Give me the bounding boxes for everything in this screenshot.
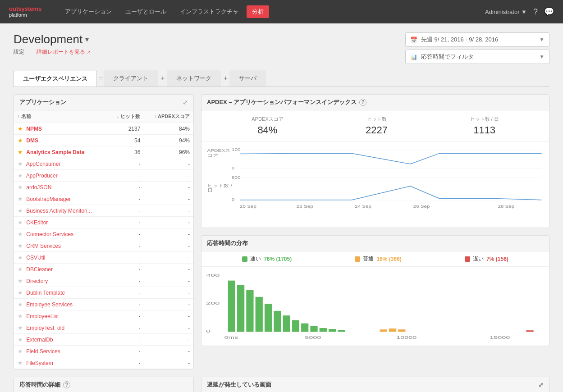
app-star[interactable]: ★: [18, 207, 23, 214]
logo[interactable]: outsystems platform: [9, 6, 41, 18]
app-table-row[interactable]: ★ Dublin Template - -: [14, 287, 193, 299]
app-star[interactable]: ★: [18, 278, 23, 284]
title-caret-icon[interactable]: ▾: [85, 35, 89, 44]
app-table-row[interactable]: ★ CSVUtil - -: [14, 252, 193, 264]
nav-infrastructure[interactable]: インフラストラクチャ: [174, 5, 244, 18]
app-star[interactable]: ★: [18, 266, 23, 273]
dist-chart-svg: 400 200 0: [206, 271, 545, 341]
app-table-row[interactable]: ★ CKEditor - -: [14, 217, 193, 228]
app-table-row[interactable]: ★ DMS 54 94%: [14, 135, 193, 146]
resp-detail-info-icon[interactable]: ?: [63, 381, 70, 388]
col-apdex-header[interactable]: ↑ APDEXスコア: [144, 110, 193, 123]
col-hits-header[interactable]: ↓ ヒット数: [108, 110, 144, 123]
app-star[interactable]: ★: [18, 301, 23, 308]
app-table-row[interactable]: ★ Directory - -: [14, 275, 193, 287]
app-star[interactable]: ★: [18, 125, 23, 132]
sort-name-icon: ↑: [18, 114, 20, 119]
app-table-row[interactable]: ★ ardoJSON - -: [14, 182, 193, 193]
col-name-header[interactable]: ↑ 名前: [14, 110, 108, 123]
app-name[interactable]: AppConsumer: [26, 161, 61, 167]
app-table-row[interactable]: ★ FileSystem - -: [14, 357, 193, 369]
app-name[interactable]: Employee Services: [26, 301, 73, 308]
apdex-info-icon[interactable]: ?: [359, 99, 366, 106]
nav-users[interactable]: ユーザとロール: [120, 5, 172, 18]
app-table-row[interactable]: ★ DBCleaner - -: [14, 264, 193, 275]
app-table-row[interactable]: ★ NPMS 2137 84%: [14, 123, 193, 135]
app-name[interactable]: DMS: [26, 137, 38, 144]
nav-applications[interactable]: アプリケーション: [60, 5, 117, 18]
app-table-row[interactable]: ★ Connector Services - -: [14, 228, 193, 240]
app-table-row[interactable]: ★ EmployeeList - -: [14, 310, 193, 322]
app-name[interactable]: EmployeeList: [26, 313, 59, 319]
app-star[interactable]: ★: [18, 313, 23, 319]
app-table-row[interactable]: ★ Field Services - -: [14, 346, 193, 357]
app-table-row[interactable]: ★ AppProducer - -: [14, 170, 193, 182]
tab-user-experience[interactable]: ユーザエクスペリエンス: [14, 71, 97, 87]
tab-server[interactable]: サーバ: [229, 70, 266, 87]
app-table-row[interactable]: ★ Analytics Sample Data 36 96%: [14, 146, 193, 158]
app-table-row[interactable]: ★ Employee Services - -: [14, 299, 193, 310]
app-name[interactable]: DBCleaner: [26, 266, 53, 273]
app-name[interactable]: Directory: [26, 278, 48, 284]
app-star[interactable]: ★: [18, 242, 23, 249]
delay-expand-icon[interactable]: ⤢: [538, 381, 544, 388]
response-filter[interactable]: 📊 応答時間でフィルタ ▼: [405, 50, 549, 64]
app-star[interactable]: ★: [18, 254, 23, 261]
app-table-row[interactable]: ★ CRM Services - -: [14, 240, 193, 252]
app-star[interactable]: ★: [18, 172, 23, 179]
app-star[interactable]: ★: [18, 231, 23, 237]
app-name[interactable]: CSVUtil: [26, 255, 45, 261]
date-filter[interactable]: 📅 先週 9/ 21, 2016 - 9/ 28, 2016 ▼: [405, 32, 549, 47]
app-apdex-cell: -: [144, 193, 193, 205]
app-table-row[interactable]: ★ Business Activity Monitori... - -: [14, 205, 193, 217]
app-table-row[interactable]: ★ BootstrapManager - -: [14, 193, 193, 205]
app-name[interactable]: CKEditor: [26, 219, 48, 226]
settings-link[interactable]: 設定: [14, 49, 24, 55]
help-icon[interactable]: ?: [533, 7, 538, 17]
app-star[interactable]: ★: [18, 289, 23, 296]
app-name[interactable]: CRM Services: [26, 243, 61, 249]
apdex-chart-area: APDEXス コア 100 0 ヒット数 / 日 800: [201, 142, 549, 228]
app-name[interactable]: BootstrapManager: [26, 196, 71, 202]
app-list-scroll[interactable]: ↑ 名前 ↓ ヒット数 ↑ APDEXスコア: [14, 110, 193, 369]
expand-icon[interactable]: ⤢: [183, 99, 188, 106]
app-star[interactable]: ★: [18, 360, 23, 366]
tab-client[interactable]: クライアント: [104, 70, 158, 87]
app-star[interactable]: ★: [18, 184, 23, 191]
nav-right: Administrator ▼ ? 💬: [485, 7, 554, 17]
app-list-panel: アプリケーション ⤢ ↑ 名前 ↓ ヒット数: [14, 94, 194, 369]
app-name[interactable]: Field Services: [26, 348, 60, 355]
app-name[interactable]: ExternalDb: [26, 337, 53, 343]
detail-report-link[interactable]: 詳細レポートを見る: [37, 49, 85, 55]
app-name[interactable]: Business Activity Monitori...: [26, 208, 92, 214]
app-star[interactable]: ★: [18, 219, 23, 226]
app-name[interactable]: ardoJSON: [26, 184, 51, 191]
app-apdex-cell: -: [144, 252, 193, 264]
app-star[interactable]: ★: [18, 324, 23, 331]
tab-plus-2[interactable]: +: [224, 74, 228, 82]
nav-analytics[interactable]: 分析: [247, 5, 269, 18]
app-star[interactable]: ★: [18, 149, 23, 155]
app-name[interactable]: Analytics Sample Data: [26, 149, 84, 155]
app-star[interactable]: ★: [18, 336, 23, 343]
app-name[interactable]: Dublin Template: [26, 290, 65, 296]
chart-icon: 📊: [410, 54, 417, 60]
tab-network[interactable]: ネットワーク: [167, 70, 221, 87]
chat-icon[interactable]: 💬: [544, 7, 554, 17]
app-name[interactable]: FileSystem: [26, 360, 53, 366]
svg-rect-30: [292, 320, 299, 332]
app-star[interactable]: ★: [18, 196, 23, 202]
app-star[interactable]: ★: [18, 137, 23, 144]
app-name[interactable]: Connector Services: [26, 231, 73, 237]
tab-plus-1[interactable]: +: [160, 74, 165, 82]
app-name[interactable]: NPMS: [26, 126, 42, 132]
app-table-row[interactable]: ★ EmployTest_old - -: [14, 322, 193, 334]
app-star[interactable]: ★: [18, 160, 23, 167]
app-star[interactable]: ★: [18, 348, 23, 355]
svg-rect-23: [228, 281, 235, 332]
app-table-row[interactable]: ★ ExternalDb - -: [14, 334, 193, 346]
app-name[interactable]: EmployTest_old: [26, 325, 64, 331]
app-name[interactable]: AppProducer: [26, 173, 58, 179]
admin-dropdown[interactable]: Administrator ▼: [485, 9, 527, 15]
app-table-row[interactable]: ★ AppConsumer - -: [14, 158, 193, 170]
